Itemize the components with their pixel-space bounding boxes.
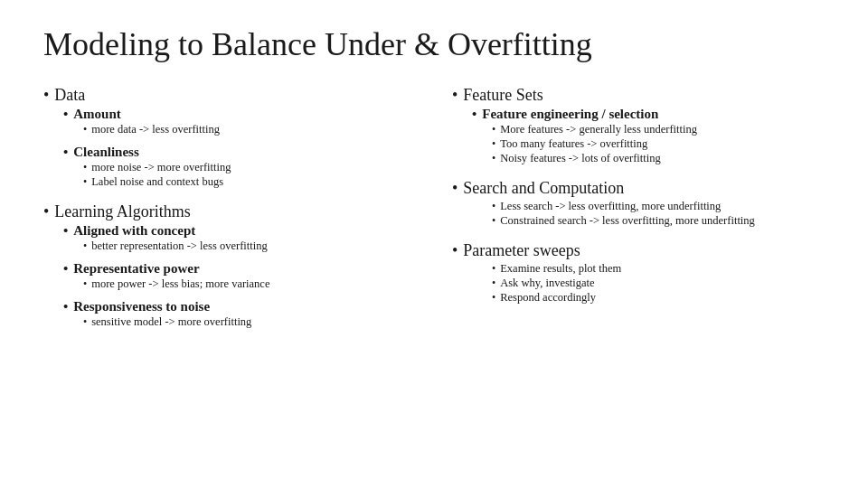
content-area: Data Amount more data -> less overfittin… xyxy=(43,86,825,463)
subsection-cleanliness: Cleanliness xyxy=(63,145,416,160)
subsection-aligned: Aligned with concept xyxy=(63,223,416,239)
bullet-param-1: Examine results, plot them xyxy=(492,262,825,276)
subsection-responsiveness: Responsiveness to noise xyxy=(63,299,416,314)
section-features: Feature Sets xyxy=(452,86,825,105)
section-data: Data xyxy=(43,86,416,105)
bullet-cleanliness-1: more noise -> more overfitting xyxy=(83,161,416,174)
bullet-feature-1: More features -> generally less underfit… xyxy=(492,123,825,136)
right-column: Feature Sets Feature engineering / selec… xyxy=(452,86,825,463)
bullet-search-2: Constrained search -> less overfitting, … xyxy=(492,214,825,228)
bullet-feature-2: Too many features -> overfitting xyxy=(492,137,825,151)
bullet-cleanliness-2: Label noise and context bugs xyxy=(83,175,416,189)
bullet-representative-1: more power -> less bias; more variance xyxy=(83,277,416,291)
slide: Modeling to Balance Under & Overfitting … xyxy=(0,0,868,488)
bullet-feature-3: Noisy features -> lots of overfitting xyxy=(492,152,825,165)
slide-title: Modeling to Balance Under & Overfitting xyxy=(43,25,825,64)
left-column: Data Amount more data -> less overfittin… xyxy=(43,86,416,463)
section-parameter-sweeps: Parameter sweeps xyxy=(452,241,825,260)
bullet-aligned-1: better representation -> less overfittin… xyxy=(83,239,416,253)
bullet-responsiveness-1: sensitive model -> more overfitting xyxy=(83,315,416,329)
subsection-feature-engineering: Feature engineering / selection xyxy=(472,107,825,122)
section-search: Search and Computation xyxy=(452,179,825,198)
subsection-representative: Representative power xyxy=(63,261,416,277)
bullet-param-3: Respond accordingly xyxy=(492,291,825,305)
bullet-param-2: Ask why, investigate xyxy=(492,277,825,290)
subsection-amount: Amount xyxy=(63,107,416,122)
bullet-amount-1: more data -> less overfitting xyxy=(83,123,416,136)
section-learning: Learning Algorithms xyxy=(43,202,416,221)
bullet-search-1: Less search -> less overfitting, more un… xyxy=(492,200,825,213)
